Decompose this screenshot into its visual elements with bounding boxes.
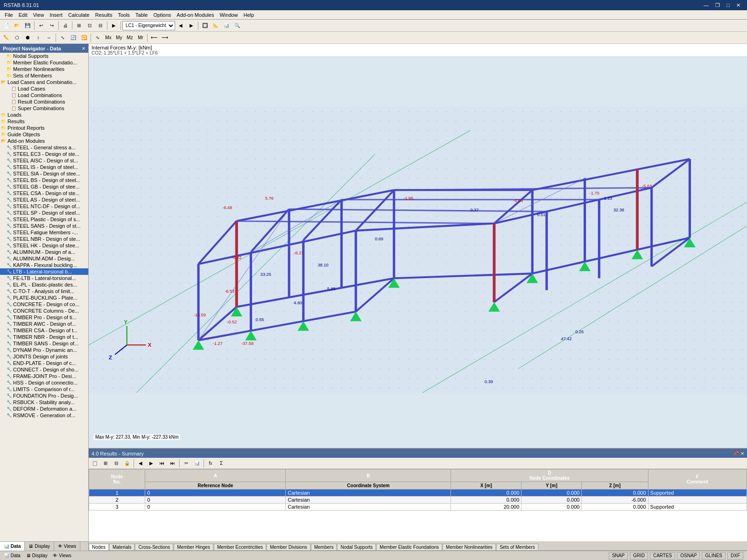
nav-item-aluminum-adm[interactable]: 🔧ALUMINUM ADM - Desig...: [0, 255, 88, 262]
status-btn-grid[interactable]: GRID: [630, 552, 648, 560]
nav-item-concrete[interactable]: 🔧CONCRETE - Design of co...: [0, 301, 88, 308]
results-tb-3[interactable]: ⊟: [111, 458, 121, 469]
nav-item-deform[interactable]: 🔧DEFORM - Deformation a...: [0, 406, 88, 412]
nav-item-aluminum[interactable]: 🔧ALUMINUM - Design of a...: [0, 249, 88, 255]
nav-item-results[interactable]: 📁Results: [0, 118, 88, 125]
status-views-tab[interactable]: 👁 Views: [53, 553, 71, 558]
status-btn-glines[interactable]: GLINES: [702, 552, 726, 560]
nav-item-steel-sp[interactable]: 🔧STEEL SP - Design of steel...: [0, 210, 88, 216]
panel-tab-views[interactable]: 👁 Views: [54, 542, 80, 551]
data-nav-tab-member-divisions[interactable]: Member Divisions: [267, 544, 310, 550]
data-nav-tab-member-elastic-foundations[interactable]: Member Elastic Foundations: [376, 544, 442, 550]
nav-item-steel-nbr[interactable]: 🔧STEEL NBR - Design of ste...: [0, 236, 88, 242]
nav-item-rsbuck[interactable]: 🔧RSBUCK - Stability analy...: [0, 399, 88, 406]
print-button[interactable]: 🖨: [60, 21, 70, 31]
status-btn-cartes[interactable]: CARTES: [650, 552, 675, 560]
nav-item-steel-as[interactable]: 🔧STEEL AS - Design of steel...: [0, 196, 88, 203]
nav-item-concrete-columns[interactable]: 🔧CONCRETE Columns - De...: [0, 308, 88, 314]
save-button[interactable]: 💾: [22, 21, 33, 31]
tb2-btn-15[interactable]: ⟶: [160, 33, 170, 43]
menu-item-table[interactable]: Table: [133, 12, 150, 18]
tb-btn-1[interactable]: ⊞: [74, 21, 84, 31]
viewport[interactable]: Internal Forces M-y: [kNm] CO2: 1.35*LF1…: [89, 44, 747, 448]
results-tb-sigma[interactable]: Σ: [216, 458, 226, 469]
nav-item-result-combinations[interactable]: 📋Result Combinations: [0, 98, 88, 105]
nav-item-member-elastic[interactable]: 📁Member Elastic Foundatio...: [0, 59, 88, 66]
nav-item-el-pl[interactable]: 🔧EL-PL - Elastic-plastic des...: [0, 281, 88, 288]
nav-item-joints[interactable]: 🔧JOINTS Design of joints: [0, 353, 88, 360]
nav-item-timber-nbr[interactable]: 🔧TIMBER NBR - Design of t...: [0, 334, 88, 340]
nav-item-fe-ltb[interactable]: 🔧FE-LTB - Lateral-torsional...: [0, 275, 88, 281]
nav-item-member-nonlin[interactable]: 📁Member Nonlinearities: [0, 66, 88, 72]
nav-close-button[interactable]: ×: [82, 45, 85, 52]
nav-item-steel-bs[interactable]: 🔧STEEL BS - Design of steel...: [0, 177, 88, 183]
results-close-button[interactable]: ×: [740, 450, 744, 457]
menu-item-file[interactable]: File: [2, 12, 16, 18]
data-nav-tab-nodes[interactable]: Nodes: [89, 544, 109, 550]
nav-item-steel-csa[interactable]: 🔧STEEL CSA - Design of ste...: [0, 190, 88, 196]
data-nav-tab-sets-of-members[interactable]: Sets of Members: [496, 544, 538, 550]
results-tb-10[interactable]: 📊: [192, 458, 202, 469]
load-case-dropdown[interactable]: LC1 - Eigengewicht: [122, 21, 175, 30]
data-nav-tab-member-nonlinearities[interactable]: Member Nonlinearities: [443, 544, 496, 550]
results-tb-1[interactable]: 📋: [90, 458, 100, 469]
nav-item-timber-pro[interactable]: 🔧TIMBER Pro - Design of ti...: [0, 314, 88, 321]
results-table-container[interactable]: NodeNo. A B DNode Coordinates FComment R…: [89, 469, 747, 541]
menu-item-edit[interactable]: Edit: [16, 12, 30, 18]
nav-item-nodal-supports[interactable]: 📁Nodal Supports: [0, 53, 88, 59]
data-nav-tab-materials[interactable]: Materials: [109, 544, 135, 550]
table-row[interactable]: 10Cartesian0.0000.0000.000Supported: [89, 490, 747, 497]
nav-item-limits[interactable]: 🔧LIMITS - Comparison of r...: [0, 386, 88, 392]
nav-item-timber-sans[interactable]: 🔧TIMBER SANS - Design of...: [0, 340, 88, 347]
minimize-button[interactable]: —: [701, 2, 712, 9]
close-button[interactable]: ✕: [733, 2, 743, 9]
tb2-btn-1[interactable]: ✏️: [1, 33, 11, 43]
open-button[interactable]: 📂: [12, 21, 22, 31]
data-nav-tab-members[interactable]: Members: [311, 544, 337, 550]
tb2-btn-11[interactable]: My: [114, 33, 124, 43]
nav-item-timber-awc[interactable]: 🔧TIMBER AWC - Design of...: [0, 321, 88, 327]
data-nav-tab-nodal-supports[interactable]: Nodal Supports: [337, 544, 376, 550]
tb-icon-d[interactable]: 🔍: [232, 21, 242, 31]
nav-item-end-plate[interactable]: 🔧END-PLATE - Design of c...: [0, 360, 88, 366]
results-tb-7[interactable]: ⏮: [157, 458, 167, 469]
tb2-btn-6[interactable]: ⤡: [57, 33, 68, 43]
new-button[interactable]: 📄: [1, 21, 11, 31]
data-nav-tab-member-hinges[interactable]: Member Hinges: [174, 544, 213, 550]
results-tb-6[interactable]: ▶: [146, 458, 156, 469]
results-tb-5[interactable]: ◀: [135, 458, 146, 469]
nav-item-connect[interactable]: 🔧CONNECT - Design of sho...: [0, 366, 88, 373]
tb-btn-2[interactable]: ⊡: [85, 21, 95, 31]
nav-item-steel-fatigue[interactable]: 🔧STEEL Fatigue Members -...: [0, 229, 88, 236]
nav-item-plate-buckling[interactable]: 🔧PLATE-BUCKLING - Plate...: [0, 294, 88, 301]
menu-item-addonmodules[interactable]: Add-on Modules: [174, 12, 217, 18]
nav-item-steel-sans[interactable]: 🔧STEEL SANS - Design of st...: [0, 223, 88, 229]
nav-item-load-combinations[interactable]: 📋Load Combinations: [0, 92, 88, 98]
tb2-btn-4[interactable]: ↕: [33, 33, 43, 43]
data-nav-tab-cross-sections[interactable]: Cross-Sections: [135, 544, 173, 550]
tb2-btn-3[interactable]: ⬢: [22, 33, 33, 43]
results-tb-fx[interactable]: fx: [205, 458, 216, 469]
nav-item-steel-sia[interactable]: 🔧STEEL SIA - Design of stee...: [0, 170, 88, 177]
nav-item-steel-hk[interactable]: 🔧STEEL HK - Design of stee...: [0, 242, 88, 249]
menu-item-insert[interactable]: Insert: [47, 12, 65, 18]
menu-item-tools[interactable]: Tools: [115, 12, 133, 18]
nav-item-addon-modules[interactable]: 📂Add-on Modules: [0, 138, 88, 144]
panel-tab-data[interactable]: 📊 Data: [0, 542, 25, 551]
undo-button[interactable]: ↩: [36, 21, 46, 31]
nav-item-load-cases[interactable]: 📋Load Cases: [0, 85, 88, 92]
prev-lc-button[interactable]: ◀: [176, 21, 186, 31]
nav-item-kappa[interactable]: 🔧KAPPA - Flexural buckling...: [0, 262, 88, 268]
results-tb-2[interactable]: ⊞: [100, 458, 111, 469]
tb-icon-a[interactable]: 🔲: [200, 21, 210, 31]
redo-button[interactable]: ↪: [47, 21, 57, 31]
nav-item-steel-general[interactable]: 🔧STEEL - General stress a...: [0, 144, 88, 151]
nav-item-c-to-t[interactable]: 🔧C-TO-T - Analysis of limit...: [0, 288, 88, 294]
tb2-btn-13[interactable]: Mr: [135, 33, 146, 43]
results-tb-9[interactable]: ✂: [181, 458, 191, 469]
nav-item-timber-csa[interactable]: 🔧TIMBER CSA - Design of t...: [0, 327, 88, 334]
nav-item-steel-plastic[interactable]: 🔧STEEL Plastic - Design of s...: [0, 216, 88, 223]
nav-item-steel-is[interactable]: 🔧STEEL IS - Design of steel...: [0, 164, 88, 170]
tb-btn-3[interactable]: ⊟: [95, 21, 106, 31]
run-calc-button[interactable]: ▶: [109, 21, 119, 31]
